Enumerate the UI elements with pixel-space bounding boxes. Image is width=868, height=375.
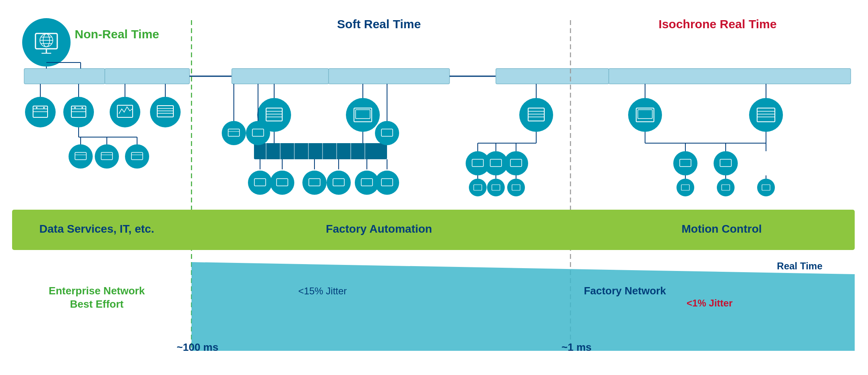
svg-point-98 [248,171,272,195]
svg-rect-93 [252,129,264,136]
svg-rect-15 [232,69,329,84]
svg-rect-63 [266,108,282,121]
svg-rect-128 [490,159,502,167]
svg-rect-126 [472,159,483,167]
svg-point-36 [81,107,83,108]
svg-point-125 [466,151,490,175]
svg-text:Data Services, IT, etc.: Data Services, IT, etc. [40,223,154,235]
svg-point-108 [375,171,399,195]
svg-point-129 [504,151,528,175]
svg-rect-135 [474,185,482,190]
svg-rect-89 [228,129,239,136]
svg-rect-119 [638,110,652,119]
svg-rect-151 [757,108,775,122]
svg-text:Non-Real Time: Non-Real Time [75,27,159,41]
svg-point-52 [69,144,93,169]
svg-point-111 [519,98,553,132]
svg-point-148 [714,151,738,175]
svg-rect-159 [681,185,689,190]
svg-rect-137 [492,185,500,190]
svg-rect-70 [356,110,370,119]
svg-rect-147 [680,159,691,167]
svg-marker-170 [192,262,855,351]
svg-point-28 [36,107,37,108]
svg-point-102 [302,171,327,195]
svg-point-4 [40,34,53,47]
svg-point-127 [484,151,508,175]
svg-rect-107 [361,179,373,186]
svg-rect-13 [105,69,189,84]
svg-text:<1% Jitter: <1% Jitter [687,298,733,308]
svg-rect-53 [75,152,86,160]
svg-rect-103 [309,179,320,186]
svg-point-104 [327,171,351,195]
svg-text:Motion Control: Motion Control [681,223,762,235]
svg-point-106 [355,171,379,195]
svg-point-117 [628,98,662,132]
svg-point-150 [749,98,783,132]
svg-point-38 [110,97,140,127]
svg-point-95 [375,121,399,145]
svg-text:Real Time: Real Time [777,260,822,271]
svg-point-0 [22,18,71,67]
svg-rect-18 [496,69,609,84]
svg-point-35 [74,107,76,108]
svg-rect-25 [33,106,48,117]
svg-text:Soft Real Time: Soft Real Time [337,17,421,31]
svg-point-92 [246,121,270,145]
svg-point-146 [673,151,697,175]
svg-point-138 [507,179,525,196]
svg-rect-32 [71,106,86,117]
svg-rect-130 [510,159,522,167]
svg-rect-101 [277,179,288,186]
svg-text:~1 ms: ~1 ms [562,341,591,353]
svg-rect-73 [254,143,387,159]
svg-rect-99 [254,179,266,186]
svg-rect-12 [24,69,105,84]
svg-rect-96 [381,129,393,136]
svg-rect-149 [720,159,731,167]
svg-rect-1 [35,33,57,49]
svg-point-55 [95,144,119,169]
svg-point-29 [43,107,45,108]
svg-rect-139 [512,185,520,190]
svg-text:Best Effort: Best Effort [70,298,124,310]
svg-point-100 [270,171,294,195]
svg-rect-56 [101,152,112,160]
svg-rect-112 [528,108,544,121]
svg-text:Enterprise Network: Enterprise Network [49,285,145,297]
svg-text:<15% Jitter: <15% Jitter [298,285,347,296]
svg-rect-59 [131,152,143,160]
svg-rect-166 [12,210,855,250]
svg-point-58 [125,144,149,169]
svg-point-41 [150,97,181,127]
svg-text:Factory Network: Factory Network [584,285,666,297]
svg-point-162 [757,179,775,196]
svg-text:Factory Automation: Factory Automation [326,223,432,235]
svg-text:Isochrone Real Time: Isochrone Real Time [659,17,777,31]
svg-rect-39 [117,105,133,117]
svg-rect-161 [722,185,730,190]
svg-point-158 [676,179,694,196]
svg-rect-163 [762,185,770,190]
svg-point-5 [43,34,50,47]
svg-rect-109 [381,179,393,186]
svg-rect-105 [333,179,344,186]
svg-point-136 [487,179,505,196]
svg-text:~100 ms: ~100 ms [177,341,218,353]
svg-point-160 [717,179,735,196]
svg-point-24 [25,97,56,127]
svg-point-31 [63,97,94,127]
svg-point-62 [257,98,291,132]
svg-rect-118 [636,108,654,122]
svg-point-88 [222,121,246,145]
svg-rect-42 [157,106,173,117]
svg-rect-19 [609,69,851,84]
svg-point-68 [346,98,380,132]
svg-rect-16 [329,69,450,84]
svg-rect-69 [354,108,372,122]
svg-point-134 [469,179,487,196]
